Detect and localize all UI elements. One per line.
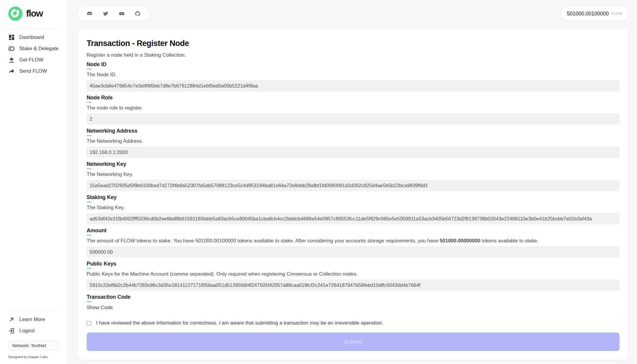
- topbar: 501000.00100000 FLOW: [78, 7, 628, 20]
- external-link-icon: [8, 316, 15, 323]
- flow-logo[interactable]: flow: [8, 7, 59, 21]
- stake-delegate-icon: [8, 45, 15, 52]
- social-links-pill: [78, 7, 150, 20]
- download-icon: [8, 57, 15, 63]
- label-underline: [87, 235, 92, 236]
- public-keys-input[interactable]: [87, 279, 619, 291]
- field-label: Node Role: [87, 95, 619, 101]
- sidebar-item-label: Stake & Delegate: [19, 46, 58, 52]
- field-label: Staking Key: [87, 194, 619, 201]
- networking-address-input[interactable]: [87, 147, 619, 158]
- sidebar-item-send-flow[interactable]: Send FLOW: [8, 66, 59, 77]
- sidebar-item-label: Logout: [19, 328, 35, 334]
- flow-logo-icon: [8, 7, 23, 21]
- field-label: Networking Address: [87, 128, 619, 134]
- amount-input[interactable]: [87, 246, 619, 257]
- page-title: Transaction - Register Node: [87, 39, 619, 48]
- youtube-icon[interactable]: [119, 11, 125, 17]
- sidebar-item-label: Dashboard: [19, 34, 44, 40]
- field-description: The node role to register.: [87, 105, 619, 111]
- field-label: Node ID: [87, 61, 619, 68]
- brand-name: flow: [26, 8, 43, 19]
- available-balance-bold: 501000.00000000: [440, 238, 480, 244]
- show-code-toggle[interactable]: Show Code: [87, 305, 113, 311]
- twitter-icon[interactable]: [103, 11, 109, 17]
- confirmation-label: I have reviewed the above information fo…: [96, 320, 383, 326]
- field-node-role: Node Role The node role to register.: [87, 95, 619, 125]
- field-public-keys: Public Keys Public Keys for the Machine …: [87, 261, 619, 291]
- credit-text: Designed by Dapper Labs: [8, 355, 59, 359]
- sidebar-item-label: Get FLOW: [19, 57, 43, 63]
- sidebar-divider-top: [8, 28, 59, 29]
- sidebar-item-label: Send FLOW: [19, 68, 47, 74]
- balance-amount: 501000.00100000: [567, 11, 609, 17]
- field-label: Transaction Code: [87, 294, 619, 300]
- label-underline: [87, 301, 92, 302]
- page-subtitle: Register a node held in a Staking Collec…: [87, 52, 619, 58]
- sidebar-item-dashboard[interactable]: Dashboard: [8, 32, 59, 43]
- label-underline: [87, 168, 92, 169]
- staking-key-input[interactable]: [87, 213, 619, 224]
- label-underline: [87, 69, 92, 70]
- field-description: The amount of FLOW tokens to stake. You …: [87, 238, 619, 244]
- balance-currency-label: FLOW: [611, 12, 622, 16]
- field-description: The Networking Key.: [87, 171, 619, 177]
- label-underline: [87, 102, 92, 103]
- field-transaction-code: Transaction Code Show Code: [87, 294, 619, 311]
- logout-icon: [8, 328, 15, 334]
- network-badge: Network: TestNet: [8, 341, 59, 350]
- account-balance: 501000.00100000 FLOW: [561, 7, 628, 20]
- discord-icon[interactable]: [87, 11, 93, 17]
- field-description: The Networking Address.: [87, 138, 619, 144]
- sidebar-item-get-flow[interactable]: Get FLOW: [8, 54, 59, 66]
- field-description: The Node ID.: [87, 72, 619, 78]
- sidebar: flow Dashboard Stake & Delegate: [0, 0, 67, 364]
- sidebar-item-logout[interactable]: Logout: [8, 325, 59, 336]
- field-amount: Amount The amount of FLOW tokens to stak…: [87, 228, 619, 257]
- submit-button[interactable]: Submit: [87, 333, 619, 351]
- main-area: 501000.00100000 FLOW Transaction - Regis…: [67, 0, 637, 364]
- field-node-id: Node ID The Node ID.: [87, 61, 619, 91]
- transaction-card: Transaction - Register Node Register a n…: [78, 29, 628, 360]
- sidebar-item-stake-delegate[interactable]: Stake & Delegate: [8, 43, 59, 54]
- networking-key-input[interactable]: [87, 180, 619, 191]
- label-underline: [87, 201, 92, 203]
- node-id-input[interactable]: [87, 80, 619, 91]
- dashboard-icon: [8, 34, 15, 41]
- field-label: Amount: [87, 228, 619, 234]
- label-underline: [87, 135, 92, 136]
- sidebar-spacer: [8, 77, 59, 303]
- github-icon[interactable]: [135, 11, 141, 17]
- field-description: The Staking Key.: [87, 205, 619, 211]
- label-underline: [87, 268, 92, 269]
- send-icon: [8, 68, 15, 74]
- sidebar-item-learn-more[interactable]: Learn More: [8, 314, 59, 325]
- sidebar-item-label: Learn More: [19, 317, 45, 322]
- sidebar-divider-bottom: [8, 311, 59, 311]
- field-networking-address: Networking Address The Networking Addres…: [87, 128, 619, 158]
- confirmation-row: I have reviewed the above information fo…: [87, 320, 619, 326]
- field-description: Public Keys for the Machine Account (com…: [87, 271, 619, 277]
- field-label: Networking Key: [87, 161, 619, 167]
- field-networking-key: Networking Key The Networking Key.: [87, 161, 619, 191]
- field-label: Public Keys: [87, 261, 619, 267]
- node-role-input[interactable]: [87, 113, 619, 125]
- field-staking-key: Staking Key The Staking Key.: [87, 194, 619, 224]
- confirmation-checkbox[interactable]: [87, 321, 91, 325]
